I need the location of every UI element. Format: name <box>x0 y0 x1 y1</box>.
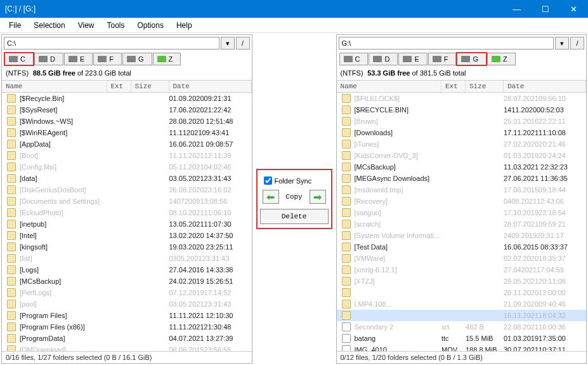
left-drive-g[interactable]: G <box>122 53 152 65</box>
list-item[interactable]: [$RECYCLE.BIN]1411.202000:52:03 <box>337 104 587 116</box>
list-item[interactable]: [ProgramData]04.07.2021 13:27:39 <box>2 333 252 344</box>
item-date: 25.01.201622:22:11 <box>504 117 586 125</box>
list-item[interactable]: [KidsCorner-DVD_3]01.03.201920:24:24 <box>337 150 587 161</box>
drive-label: C <box>20 55 25 63</box>
list-item[interactable]: [$Windows.~WS]28.08.2020 12:51:48 <box>2 116 252 127</box>
list-item[interactable]: [data]03.05.202123:31:43 <box>2 173 252 184</box>
list-item[interactable]: [xmrig-6.12.1]27.04202117:04:59 <box>337 264 587 275</box>
folder-icon <box>7 254 16 263</box>
right-path-input[interactable] <box>339 37 554 50</box>
copy-right-button[interactable]: ➡ <box>310 190 326 204</box>
menu-options[interactable]: Options <box>131 18 170 32</box>
minimize-button[interactable]: — <box>502 0 531 18</box>
right-drive-z[interactable]: Z <box>487 53 516 65</box>
right-path-dropdown[interactable]: ▾ <box>555 37 569 50</box>
left-drive-c[interactable]: C <box>4 53 34 65</box>
col-date[interactable]: Date <box>504 81 586 92</box>
list-item[interactable]: Secondary 2srt482 B22.08.202116:00:36 <box>337 321 587 333</box>
list-item[interactable]: [$WinREAgent]11.11202109:43:41 <box>2 127 252 138</box>
col-name[interactable]: Name <box>2 81 107 92</box>
list-item[interactable]: IMG_4010MOV188.8 MiB30.07.202110:37:11 <box>337 344 587 351</box>
folder-sync-check[interactable] <box>264 176 272 185</box>
left-drive-z[interactable]: Z <box>153 53 181 65</box>
list-item[interactable]: [Config.Msi]05.11.202104:02:46 <box>2 161 252 173</box>
folder-icon <box>7 220 16 229</box>
col-ext[interactable]: Ext <box>441 81 466 92</box>
list-item[interactable]: [pool]03.05.202123:31:43 <box>2 298 252 310</box>
list-item[interactable]: [Brown]25.01.201622:22:11 <box>337 116 587 127</box>
item-name: [msdownld.tmp] <box>353 186 442 194</box>
list-item[interactable]: [Intel]13.02.2020 14:37:50 <box>2 230 252 241</box>
list-item[interactable]: [scratch]28.07.202109:59:21 <box>337 218 587 230</box>
list-item[interactable]: [Downloads]17.11.202111:10:08 <box>337 127 587 138</box>
list-item[interactable]: [inetpub]13.05.202111:07:30 <box>2 218 252 230</box>
col-size[interactable]: Size <box>466 81 504 92</box>
drive-label: Z <box>169 55 173 63</box>
col-ext[interactable]: Ext <box>107 81 131 92</box>
list-item[interactable]: 20.11.202012:00:00 <box>337 287 587 298</box>
menu-file[interactable]: File <box>3 18 27 32</box>
list-item[interactable]: [Program Files (x86)]11.11.202121:30:48 <box>2 321 252 333</box>
list-item[interactable]: I.MP4.108...21.09.202009:40:46 <box>337 298 587 310</box>
list-item[interactable]: [msdownld.tmp]17.06.201509:18:44 <box>337 184 587 196</box>
menu-help[interactable]: Help <box>170 18 199 32</box>
right-drive-d[interactable]: D <box>369 53 398 65</box>
left-path-input[interactable] <box>4 37 219 50</box>
menu-selection[interactable]: Selection <box>27 18 71 32</box>
list-item[interactable]: [AppData]16.06.2021 09:08:57 <box>2 138 252 150</box>
left-drive-e[interactable]: E <box>64 53 93 65</box>
list-item[interactable]: [System Volume Informati...2409.201920:3… <box>337 230 587 241</box>
list-item[interactable]: [kingsoft]19.03.2020 23:25:11 <box>2 241 252 253</box>
list-item[interactable]: [Program Files]11.11.2021 12:10:30 <box>2 310 252 321</box>
copy-left-button[interactable]: ⬅ <box>263 190 279 204</box>
left-root-button[interactable]: / <box>236 37 250 50</box>
item-date: 27.04202117:04:59 <box>504 266 586 274</box>
list-item[interactable]: [list]0305.202123:31:43 <box>2 253 252 264</box>
list-item[interactable]: [Boot]11.11.202112:11:39 <box>2 150 252 161</box>
left-drive-f[interactable]: F <box>93 53 122 65</box>
right-drive-e[interactable]: E <box>398 53 427 65</box>
list-item[interactable]: [$SysReset]17.06.202021:22:42 <box>2 104 252 116</box>
right-root-button[interactable]: / <box>570 37 584 50</box>
item-name: [iTunes] <box>353 140 442 148</box>
right-drive-g[interactable]: G <box>457 53 487 65</box>
list-item[interactable]: [$Recycle.Bin]01.09.202009:21:31 <box>2 93 252 104</box>
left-file-list[interactable]: [$Recycle.Bin]01.09.202009:21:31[$SysRes… <box>2 93 252 351</box>
list-item[interactable]: [XTZJ]29.05.202120:11:08 <box>337 275 587 287</box>
col-date[interactable]: Date <box>169 81 252 92</box>
list-item[interactable]: [DiskGeniusDosBoot]26.08.202023:16:02 <box>2 184 252 196</box>
maximize-button[interactable]: ☐ <box>531 0 559 18</box>
list-item[interactable]: [Documents and Settings]1407200913:08:56 <box>2 196 252 207</box>
list-item[interactable]: batangttc15.5 MiB01.03.201917:35:00 <box>337 333 587 344</box>
folder-sync-checkbox[interactable]: Folder Sync <box>260 176 329 185</box>
list-item[interactable]: [VMWare]02.02.202018:35:37 <box>337 253 587 264</box>
right-drive-c[interactable]: C <box>339 53 369 65</box>
right-drive-f[interactable]: F <box>428 53 457 65</box>
list-item[interactable]: [Test Data]16.06.2015 08:33:37 <box>337 241 587 253</box>
close-button[interactable]: ✕ <box>559 0 588 18</box>
list-item[interactable]: [iTunes]27.02.202020:21:46 <box>337 138 587 150</box>
list-item[interactable]: [PerfLogs]07.12.201917:14:52 <box>2 287 252 298</box>
list-item[interactable]: [MCsBackup]11.03.2021 22:32:23 <box>337 161 587 173</box>
window-title: [C:] / [G:] <box>5 4 502 13</box>
list-item[interactable]: [$FILELOCK$]28.07.202109:56:10 <box>337 93 587 104</box>
list-item[interactable]: [EcloudPhoto]08.10.202111:06:10 <box>2 207 252 218</box>
left-drive-d[interactable]: D <box>34 53 63 65</box>
menu-view[interactable]: View <box>72 18 101 32</box>
item-ext: MOV <box>441 346 466 351</box>
list-item[interactable]: [Recovery]0408.202112:43:06 <box>337 196 587 207</box>
delete-button[interactable]: Delete <box>260 209 329 224</box>
list-item[interactable]: [sanguo]17.10.201922:18:54 <box>337 207 587 218</box>
col-name[interactable]: Name <box>337 81 442 92</box>
list-item[interactable]: [Logs]27.04.2016 14:33:38 <box>2 264 252 275</box>
list-item[interactable]: [MCsBackup]24.02.2019 15:26:51 <box>2 275 252 287</box>
menubar: File Selection View Tools Options Help <box>0 18 588 33</box>
list-item[interactable]: [QMDownload]08.08.201523:56:55 <box>2 344 252 351</box>
list-item[interactable]: 16.11.202118:04:32 <box>337 310 587 321</box>
menu-tools[interactable]: Tools <box>101 18 131 32</box>
col-size[interactable]: Size <box>131 81 169 92</box>
list-item[interactable]: [MEGAsync Downloads]27.06.2021 11:36:35 <box>337 173 587 184</box>
right-file-list[interactable]: [$FILELOCK$]28.07.202109:56:10[$RECYCLE.… <box>337 93 587 351</box>
left-path-dropdown[interactable]: ▾ <box>221 37 235 50</box>
folder-icon <box>7 300 16 309</box>
